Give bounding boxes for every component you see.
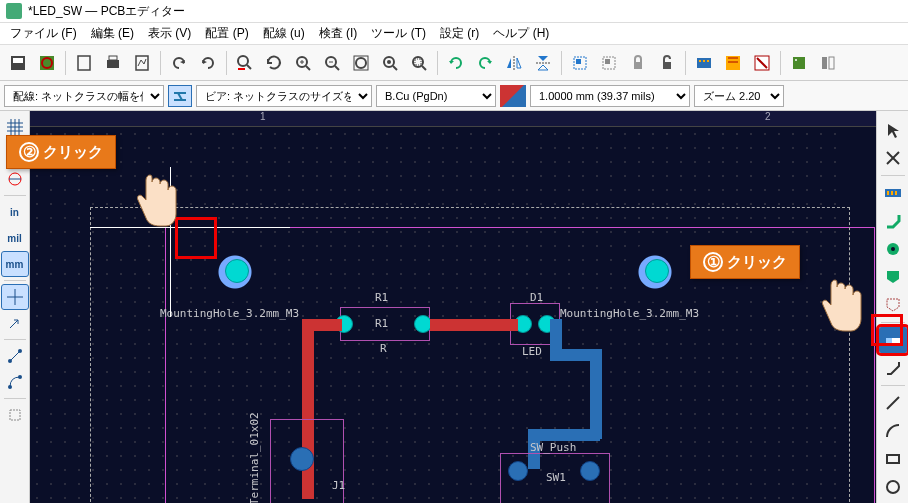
click-target-2-box	[175, 217, 217, 259]
pointer-2-hand	[130, 170, 180, 233]
menu-route[interactable]: 配線 (u)	[257, 23, 311, 44]
ratsnest-button[interactable]	[2, 344, 28, 368]
draw-arc-graphic-tool[interactable]	[879, 418, 907, 444]
menu-prefs[interactable]: 設定 (r)	[434, 23, 485, 44]
silk-led: LED	[522, 345, 542, 358]
svg-line-9	[247, 65, 251, 69]
add-footprint-tool[interactable]	[879, 180, 907, 206]
find-button[interactable]	[231, 49, 259, 77]
lock-button[interactable]	[624, 49, 652, 77]
app-icon	[6, 3, 22, 19]
silk-r1b: R1	[375, 317, 388, 330]
menu-file[interactable]: ファイル (F)	[4, 23, 83, 44]
refresh-button[interactable]	[260, 49, 288, 77]
zoom-window-button[interactable]	[405, 49, 433, 77]
local-ratsnest-tool[interactable]	[879, 145, 907, 171]
plot-button[interactable]	[128, 49, 156, 77]
redo-button[interactable]	[194, 49, 222, 77]
zoom-in-button[interactable]	[289, 49, 317, 77]
menu-tools[interactable]: ツール (T)	[365, 23, 432, 44]
add-zone-tool[interactable]	[879, 264, 907, 290]
panel-button[interactable]	[814, 49, 842, 77]
callout-2: ②クリック	[6, 135, 116, 169]
silk-d1: D1	[530, 291, 543, 304]
sw1-pad1	[508, 461, 528, 481]
page-settings-button[interactable]	[70, 49, 98, 77]
mirror-v-button[interactable]	[529, 49, 557, 77]
left-toolbar: in mil mm	[0, 111, 30, 503]
rotate-ccw-button[interactable]	[442, 49, 470, 77]
options-bar: 配線: ネットクラスの幅を使用 ビア: ネットクラスのサイズを使用 B.Cu (…	[0, 81, 908, 111]
drc-button[interactable]	[748, 49, 776, 77]
grid-select[interactable]: 1.0000 mm (39.37 mils)	[530, 85, 690, 107]
outline-mode-button[interactable]	[2, 403, 28, 427]
rotate-cw-button[interactable]	[471, 49, 499, 77]
ruler-tick-1: 1	[260, 111, 266, 122]
cursor-shape-button[interactable]	[2, 285, 28, 309]
silk-r1: R1	[375, 291, 388, 304]
polar-coord-button[interactable]	[2, 167, 28, 191]
unlock-button[interactable]	[653, 49, 681, 77]
rotate-45-button[interactable]	[2, 311, 28, 335]
svg-line-16	[335, 66, 339, 70]
zoom-fit-button[interactable]	[347, 49, 375, 77]
zoom-out-button[interactable]	[318, 49, 346, 77]
via-size-select[interactable]: ビア: ネットクラスのサイズを使用	[196, 85, 372, 107]
window-title: *LED_SW — PCBエディター	[28, 3, 185, 20]
menu-inspect[interactable]: 検査 (I)	[313, 23, 364, 44]
mirror-h-button[interactable]	[500, 49, 528, 77]
svg-rect-43	[822, 57, 827, 69]
right-toolbar	[876, 111, 908, 503]
menubar: ファイル (F) 編集 (E) 表示 (V) 配置 (P) 配線 (u) 検査 …	[0, 23, 908, 45]
svg-line-61	[10, 351, 20, 361]
silk-swpush: SW_Push	[530, 441, 576, 454]
menu-help[interactable]: ヘルプ (H)	[487, 23, 555, 44]
units-in-button[interactable]: in	[2, 200, 28, 224]
trace-blue-3	[590, 349, 602, 439]
auto-track-width-toggle[interactable]	[168, 85, 192, 107]
add-via-tool[interactable]	[879, 236, 907, 262]
callout-1: ①クリック	[690, 245, 800, 279]
menu-place[interactable]: 配置 (P)	[199, 23, 254, 44]
curved-ratsnest-button[interactable]	[2, 370, 28, 394]
units-mil-button[interactable]: mil	[2, 226, 28, 250]
save-button[interactable]	[4, 49, 32, 77]
units-mm-button[interactable]: mm	[2, 252, 28, 276]
silk-r: R	[380, 342, 387, 355]
silk-j1: J1	[332, 479, 345, 492]
board-setup-button[interactable]	[33, 49, 61, 77]
print-button[interactable]	[99, 49, 127, 77]
track-width-select[interactable]: 配線: ネットクラスの幅を使用	[4, 85, 164, 107]
layer-pair-button[interactable]	[500, 85, 526, 107]
draw-rect-tool[interactable]	[879, 446, 907, 472]
route-track-tool[interactable]	[879, 208, 907, 234]
scripting-button[interactable]	[785, 49, 813, 77]
layer-select[interactable]: B.Cu (PgDn)	[376, 85, 496, 107]
update-pcb-button[interactable]	[719, 49, 747, 77]
svg-line-75	[887, 397, 899, 409]
draw-line-graphic-tool[interactable]	[879, 390, 907, 416]
footprint-editor-button[interactable]	[690, 49, 718, 77]
svg-rect-37	[707, 60, 709, 62]
menu-edit[interactable]: 編集 (E)	[85, 23, 140, 44]
menu-view[interactable]: 表示 (V)	[142, 23, 197, 44]
svg-rect-4	[78, 56, 90, 70]
svg-line-12	[306, 66, 310, 70]
svg-rect-64	[10, 410, 20, 420]
draw-arc-tool[interactable]	[879, 355, 907, 381]
zoom-selection-button[interactable]	[376, 49, 404, 77]
svg-rect-68	[887, 191, 889, 195]
ungroup-button[interactable]	[595, 49, 623, 77]
sw1-pad2	[580, 461, 600, 481]
group-button[interactable]	[566, 49, 594, 77]
undo-button[interactable]	[165, 49, 193, 77]
svg-rect-70	[895, 191, 897, 195]
trace-r1-d1	[430, 319, 518, 331]
titlebar: *LED_SW — PCBエディター	[0, 0, 908, 23]
svg-rect-6	[109, 56, 117, 60]
svg-rect-44	[829, 57, 834, 69]
zoom-select[interactable]: ズーム 2.20	[694, 85, 784, 107]
draw-circle-tool[interactable]	[879, 474, 907, 500]
select-tool[interactable]	[879, 117, 907, 143]
svg-line-24	[422, 66, 426, 70]
